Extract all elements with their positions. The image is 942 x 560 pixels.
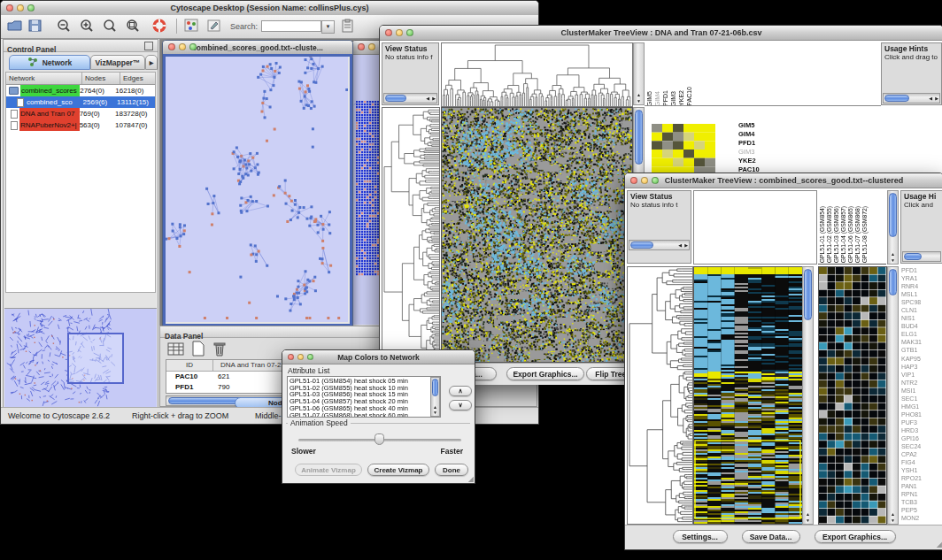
gene-label[interactable]: PAN1: [901, 482, 942, 490]
minimize-button[interactable]: [641, 177, 648, 184]
scrollbar-thumb[interactable]: [884, 95, 909, 102]
search-input[interactable]: [261, 20, 321, 32]
network-window-1[interactable]: combined_scores_good.txt--cluste...: [162, 40, 353, 326]
treeview2-genelist-scrollbar[interactable]: ▲▼: [887, 266, 899, 525]
scrollbar-thumb[interactable]: [889, 269, 897, 295]
animation-slider-thumb[interactable]: [374, 433, 384, 445]
attribute-list-scrollbar[interactable]: ▲▼: [430, 377, 440, 417]
mini-row-label[interactable]: GIM5: [738, 121, 760, 130]
zoom-button[interactable]: [652, 177, 659, 184]
scrollbar-thumb[interactable]: [630, 242, 653, 249]
attribute-list-item[interactable]: GPL51-07 (GSM868) heat shock 60 min: [290, 412, 438, 418]
close-button[interactable]: [385, 29, 392, 36]
create-vizmap-button[interactable]: Create Vizmap: [367, 464, 429, 476]
export-graphics-button[interactable]: Export Graphics...: [815, 530, 896, 543]
gene-label[interactable]: SEC1: [901, 395, 942, 403]
usage-hints-hscrollbar[interactable]: [902, 251, 941, 262]
table-icon[interactable]: [167, 341, 185, 357]
column-label[interactable]: GPL51-06 (GSM865): [847, 206, 853, 263]
mini-row-label[interactable]: GIM3: [738, 148, 760, 157]
report-icon[interactable]: [341, 19, 356, 34]
zoom-out-icon[interactable]: [56, 19, 72, 34]
attribute-list-item[interactable]: GPL51-06 (GSM865) heat shock 40 min: [290, 405, 438, 412]
move-up-button[interactable]: ∧: [449, 386, 472, 396]
gene-label[interactable]: BUD4: [901, 322, 942, 330]
delete-attribute-icon[interactable]: [212, 341, 228, 357]
gene-label[interactable]: KAP95: [901, 355, 942, 363]
zoom-button[interactable]: [189, 43, 197, 50]
gene-label[interactable]: RPO21: [901, 474, 942, 482]
gene-label[interactable]: HMG1: [901, 403, 942, 410]
animate-vizmap-button[interactable]: Animate Vizmap: [295, 464, 362, 476]
treeview2-titlebar[interactable]: ClusterMaker TreeView : combined_scores_…: [625, 173, 942, 188]
gene-label[interactable]: PUF3: [901, 418, 942, 426]
close-button[interactable]: [288, 354, 294, 360]
network-window-1-titlebar[interactable]: combined_scores_good.txt--cluste...: [163, 41, 352, 55]
column-label[interactable]: PAC10: [686, 87, 692, 106]
attribute-list-item[interactable]: GPL51-03 (GSM856) heat shock 15 min: [290, 391, 438, 398]
treeview2-zoom-heatmap-canvas[interactable]: [818, 266, 887, 525]
annotation-icon[interactable]: [207, 19, 222, 33]
scrollbar-thumb[interactable]: [635, 110, 643, 165]
gene-label[interactable]: FIG4: [901, 458, 942, 466]
close-button[interactable]: [630, 177, 637, 184]
gene-label[interactable]: MSL1: [901, 290, 942, 298]
treeview2-window[interactable]: ClusterMaker TreeView : combined_scores_…: [624, 173, 942, 550]
zoom-button[interactable]: [307, 354, 313, 360]
save-icon[interactable]: [27, 19, 43, 33]
search-dropdown-button[interactable]: ▼: [321, 20, 335, 34]
gene-label[interactable]: GPI16: [901, 434, 942, 442]
export-graphics-button[interactable]: Export Graphics...: [506, 367, 584, 380]
column-label[interactable]: GIM5: [646, 91, 652, 106]
gene-label[interactable]: PEP5: [901, 506, 942, 514]
treeview1-row-dendrogram[interactable]: [382, 107, 440, 363]
network-tree-row[interactable]: RNAPuberNov2+| 563(0) 107847(0): [6, 119, 155, 131]
move-down-button[interactable]: ∨: [449, 400, 472, 410]
usage-hints-hscrollbar[interactable]: ◀▶: [883, 93, 940, 104]
zoom-button[interactable]: [27, 4, 35, 12]
gene-label[interactable]: HAP3: [901, 363, 942, 371]
mini-row-label[interactable]: GIM4: [738, 130, 760, 139]
zoom-fit-icon[interactable]: [125, 19, 141, 34]
new-attribute-icon[interactable]: [190, 341, 206, 357]
save-data-button[interactable]: Save Data...: [742, 530, 800, 543]
column-label[interactable]: GPL51-02 (GSM855): [826, 206, 832, 263]
treeview2-heatmap-canvas[interactable]: [693, 266, 803, 525]
zoom-selected-icon[interactable]: [102, 19, 118, 34]
column-label[interactable]: GPL51-07 (GSM868): [854, 206, 861, 263]
vizmapper-icon[interactable]: [184, 19, 199, 33]
gene-label[interactable]: SEC24: [901, 442, 942, 450]
zoom-in-icon[interactable]: [79, 19, 95, 34]
gene-label[interactable]: NTR2: [901, 379, 942, 387]
close-button[interactable]: [6, 4, 13, 12]
gene-label[interactable]: GTB1: [901, 346, 942, 354]
resize-grip[interactable]: ◢: [468, 475, 474, 483]
minimize-button[interactable]: [179, 43, 186, 50]
gene-label[interactable]: ELG1: [901, 330, 942, 338]
mini-row-label[interactable]: PFD1: [738, 139, 760, 148]
column-label[interactable]: YKE2: [678, 90, 684, 106]
view-status-hscrollbar[interactable]: ◀▶: [629, 240, 690, 250]
done-button[interactable]: Done: [435, 464, 468, 476]
mini-row-label[interactable]: YKE2: [738, 157, 760, 165]
col-edges[interactable]: Edges: [120, 73, 155, 84]
resize-grip[interactable]: ◢: [937, 541, 942, 548]
treeview2-column-dendrogram-area[interactable]: [693, 190, 817, 265]
attribute-list-item[interactable]: GPL51-01 (GSM854) heat shock 05 min: [290, 378, 438, 385]
column-label[interactable]: GIM4: [654, 91, 660, 106]
gene-label[interactable]: CLN1: [901, 306, 942, 314]
column-label[interactable]: GPL51-01 (GSM854): [819, 206, 825, 263]
birds-eye-view-canvas[interactable]: [4, 308, 157, 410]
gene-label[interactable]: HRD3: [901, 426, 942, 434]
attribute-list-item[interactable]: GPL51-04 (GSM857) heat shock 20 min: [290, 398, 438, 405]
col-nodes[interactable]: Nodes: [82, 73, 120, 84]
scrollbar-thumb[interactable]: [804, 269, 812, 320]
gene-label[interactable]: MAK31: [901, 338, 942, 346]
close-button[interactable]: [168, 43, 175, 50]
scrollbar-thumb[interactable]: [904, 253, 922, 260]
help-lifering-icon[interactable]: [151, 18, 168, 35]
minimize-button[interactable]: [17, 4, 24, 12]
minimize-button[interactable]: [297, 354, 304, 360]
column-label[interactable]: PFD1: [662, 90, 668, 106]
network-tree-row[interactable]: DNA and Tran 07 769(0) 183728(0): [6, 108, 155, 119]
